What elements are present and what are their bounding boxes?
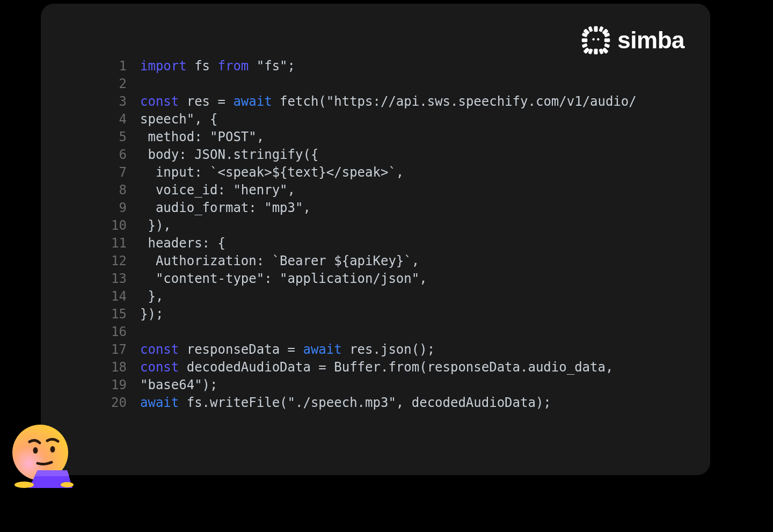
code-line: 14 }, xyxy=(111,288,646,305)
svg-point-19 xyxy=(33,447,38,454)
code-line: 7 input: `<speak>${text}</speak>`, xyxy=(111,164,646,181)
line-number: 13 xyxy=(111,270,140,288)
line-number: 4 xyxy=(111,111,140,128)
code-line: 15}); xyxy=(111,305,646,323)
code-content xyxy=(140,75,646,93)
svg-point-16 xyxy=(593,38,595,40)
svg-rect-8 xyxy=(588,26,593,32)
code-line: 10 }), xyxy=(111,217,646,235)
code-content: headers: { xyxy=(140,235,646,252)
code-content: voice_id: "henry", xyxy=(140,181,646,199)
svg-rect-9 xyxy=(599,26,604,32)
code-line: 2 xyxy=(111,75,646,93)
gear-icon xyxy=(581,25,611,55)
line-number: 15 xyxy=(111,305,140,323)
svg-rect-1 xyxy=(594,49,598,55)
brand-logo: simba xyxy=(581,25,684,55)
svg-point-17 xyxy=(597,38,600,40)
line-number: 2 xyxy=(111,75,140,93)
line-number: 5 xyxy=(111,128,140,146)
code-content: }), xyxy=(140,217,646,235)
code-content: body: JSON.stringify({ xyxy=(140,146,646,164)
line-number: 6 xyxy=(111,146,140,164)
code-content: await fs.writeFile("./speech.mp3", decod… xyxy=(140,394,646,412)
code-content: audio_format: "mp3", xyxy=(140,199,646,217)
code-panel: simba 1import fs from "fs";23const res =… xyxy=(41,4,710,475)
code-content: const decodedAudioData = Buffer.from(res… xyxy=(140,359,646,376)
code-line: 5 method: "POST", xyxy=(111,128,646,146)
svg-point-20 xyxy=(50,446,55,453)
svg-rect-13 xyxy=(582,43,588,48)
line-number: 17 xyxy=(111,341,140,359)
code-line: 11 headers: { xyxy=(111,235,646,252)
code-content: const res = await fetch("https://api.sws… xyxy=(140,93,646,111)
code-content: input: `<speak>${text}</speak>`, xyxy=(140,164,646,181)
code-line: 4speech", { xyxy=(111,111,646,128)
line-number: 10 xyxy=(111,217,140,235)
code-content: "content-type": "application/json", xyxy=(140,270,646,288)
code-line: 18const decodedAudioData = Buffer.from(r… xyxy=(111,359,646,376)
code-line: 6 body: JSON.stringify({ xyxy=(111,146,646,164)
code-line: 19"base64"); xyxy=(111,376,646,394)
line-number: 12 xyxy=(111,252,140,270)
svg-point-22 xyxy=(61,482,74,487)
code-content: speech", { xyxy=(140,111,646,128)
svg-rect-3 xyxy=(604,39,610,42)
svg-rect-2 xyxy=(582,39,588,42)
code-content: const responseData = await res.json(); xyxy=(140,341,646,359)
code-content xyxy=(140,323,646,341)
code-line: 17const responseData = await res.json(); xyxy=(111,341,646,359)
code-line: 20await fs.writeFile("./speech.mp3", dec… xyxy=(111,394,646,412)
code-line: 9 audio_format: "mp3", xyxy=(111,199,646,217)
code-content: }, xyxy=(140,288,646,305)
line-number: 9 xyxy=(111,199,140,217)
line-number: 20 xyxy=(111,394,140,412)
line-number: 18 xyxy=(111,359,140,376)
code-content: "base64"); xyxy=(140,376,646,394)
line-number: 11 xyxy=(111,235,140,252)
code-line: 8 voice_id: "henry", xyxy=(111,181,646,199)
svg-rect-0 xyxy=(594,26,598,32)
code-line: 1import fs from "fs"; xyxy=(111,57,646,75)
line-number: 7 xyxy=(111,164,140,181)
code-editor: 1import fs from "fs";23const res = await… xyxy=(111,57,646,412)
svg-point-21 xyxy=(14,482,34,488)
line-number: 8 xyxy=(111,181,140,199)
code-content: }); xyxy=(140,305,646,323)
svg-rect-15 xyxy=(604,43,610,48)
code-line: 3const res = await fetch("https://api.sw… xyxy=(111,93,646,111)
code-line: 12 Authorization: `Bearer ${apiKey}`, xyxy=(111,252,646,270)
line-number: 3 xyxy=(111,93,140,111)
code-content: method: "POST", xyxy=(140,128,646,146)
brand-name: simba xyxy=(617,27,684,54)
line-number: 16 xyxy=(111,323,140,341)
line-number: 1 xyxy=(111,57,140,75)
code-content: import fs from "fs"; xyxy=(140,57,646,75)
line-number: 19 xyxy=(111,376,140,394)
code-content: Authorization: `Bearer ${apiKey}`, xyxy=(140,252,646,270)
line-number: 14 xyxy=(111,288,140,305)
code-line: 13 "content-type": "application/json", xyxy=(111,270,646,288)
code-line: 16 xyxy=(111,323,646,341)
emoji-mascot-icon xyxy=(5,419,81,494)
